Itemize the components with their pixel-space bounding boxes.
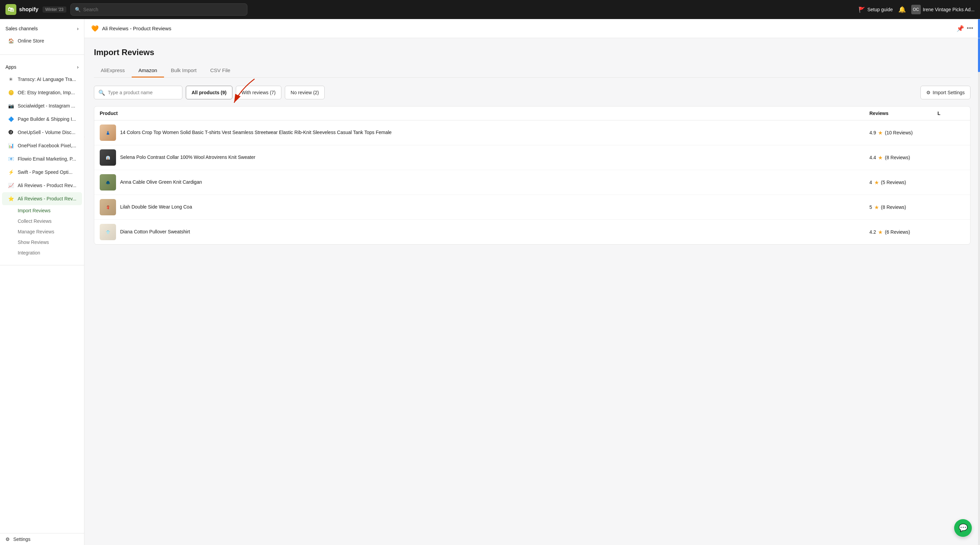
- chevron-right-icon: ›: [77, 26, 79, 31]
- product-name-4: Lilah Double Side Wear Long Coa: [120, 204, 192, 211]
- nav-right: 🚩 Setup guide 🔔 OC Irene Vintage Picks A…: [859, 5, 975, 14]
- table-row[interactable]: 🧣 Lilah Double Side Wear Long Coa 5 ★ (8…: [94, 195, 970, 220]
- reviews-cell-5: 4.2 ★ (6 Reviews): [869, 229, 937, 235]
- tab-aliexpress[interactable]: AliExpress: [94, 64, 132, 78]
- store-selector[interactable]: OC Irene Vintage Picks Ad...: [911, 5, 975, 14]
- sidebar-item-transcy[interactable]: ✳ Transcy: AI Language Tra...: [2, 73, 82, 86]
- sidebar-sub-collect-reviews[interactable]: Collect Reviews: [2, 216, 82, 226]
- sidebar-item-swift[interactable]: ⚡ Swift - Page Speed Opti...: [2, 166, 82, 179]
- more-options-icon[interactable]: •••: [967, 25, 973, 32]
- product-cell-3: 🧥 Anna Cable Olive Green Knit Cardigan: [100, 174, 869, 191]
- search-product-icon: 🔍: [98, 89, 105, 96]
- product-header: Product: [100, 111, 869, 116]
- sidebar-item-oneupsell[interactable]: 🅤 OneUpSell - Volume Disc...: [2, 126, 82, 139]
- apps-header[interactable]: Apps ›: [0, 62, 84, 73]
- import-settings-button[interactable]: ⚙ Import Settings: [920, 86, 970, 99]
- with-reviews-label: With reviews (7): [242, 90, 275, 95]
- search-input[interactable]: [83, 7, 243, 12]
- content-topbar: 🧡 Ali Reviews - Product Reviews 📌 •••: [84, 19, 980, 38]
- setup-guide-label: Setup guide: [867, 7, 893, 12]
- tab-csv-file[interactable]: CSV File: [204, 64, 237, 78]
- all-products-label: All products (9): [192, 90, 227, 95]
- app-star-icon: 🧡: [91, 25, 99, 32]
- sidebar-sub-import-reviews[interactable]: Import Reviews: [2, 205, 82, 216]
- sidebar-sub-show-reviews[interactable]: Show Reviews: [2, 237, 82, 247]
- table-row[interactable]: 🧥 Anna Cable Olive Green Knit Cardigan 4…: [94, 170, 970, 195]
- app-title: Ali Reviews - Product Reviews: [102, 25, 171, 31]
- star-icon-1: ★: [878, 130, 883, 136]
- rating-5: 4.2: [869, 229, 876, 235]
- sidebar-divider-1: [0, 54, 84, 55]
- star-icon-3: ★: [874, 179, 879, 186]
- scrollbar-thumb[interactable]: [978, 38, 980, 72]
- rating-1: 4.9: [869, 130, 876, 135]
- trueprofit-label: Ali Reviews - Product Rev...: [18, 183, 76, 188]
- product-search-container[interactable]: 🔍: [94, 86, 182, 99]
- search-bar[interactable]: 🔍: [70, 3, 247, 16]
- show-reviews-label: Show Reviews: [18, 240, 49, 245]
- sidebar-item-flowio[interactable]: 📧 Flowio Email Marketing, P...: [2, 153, 82, 165]
- page-builder-label: Page Builder & Shipping I...: [18, 116, 76, 122]
- reviews-cell-1: 4.9 ★ (10 Reviews): [869, 130, 937, 136]
- sidebar-item-onepixel[interactable]: 📊 OnePixel Facebook Pixel,...: [2, 139, 82, 152]
- flag-icon: 🚩: [859, 6, 865, 13]
- sidebar-sub-manage-reviews[interactable]: Manage Reviews: [2, 227, 82, 237]
- sidebar-item-oe-etsy[interactable]: 🪙 OE: Etsy Integration, Imp...: [2, 86, 82, 99]
- page-title: Import Reviews: [94, 48, 970, 57]
- product-cell-5: 👕 Diana Cotton Pullover Sweatshirt: [100, 224, 869, 240]
- chat-button[interactable]: 💬: [954, 519, 972, 537]
- bell-icon: 🔔: [898, 6, 906, 13]
- shopify-logo[interactable]: 🛍 shopify: [5, 4, 38, 15]
- sidebar-item-alireviews[interactable]: ⭐ Ali Reviews - Product Rev...: [2, 192, 82, 205]
- no-review-filter[interactable]: No review (2): [285, 86, 325, 99]
- apps-label: Apps: [5, 64, 16, 70]
- sidebar: Sales channels › 🏠 Online Store Apps › ✳…: [0, 19, 84, 545]
- with-reviews-filter[interactable]: With reviews (7): [236, 86, 282, 99]
- chat-icon: 💬: [959, 524, 968, 532]
- scroll-indicator: [978, 19, 980, 38]
- store-avatar: OC: [911, 5, 921, 14]
- product-thumb-1: 👗: [100, 124, 116, 141]
- page-builder-icon: 🔷: [8, 116, 14, 122]
- oe-etsy-label: OE: Etsy Integration, Imp...: [18, 90, 75, 95]
- settings-item[interactable]: ⚙ Settings: [0, 533, 84, 545]
- setup-guide-button[interactable]: 🚩 Setup guide: [859, 6, 893, 13]
- sales-channels-header[interactable]: Sales channels ›: [0, 23, 84, 34]
- trueprofit-icon: 📈: [8, 182, 14, 189]
- tab-amazon[interactable]: Amazon: [132, 64, 164, 78]
- rating-4: 5: [869, 205, 872, 210]
- pin-icon[interactable]: 📌: [956, 25, 964, 32]
- settings-gear-icon: ⚙: [5, 537, 10, 542]
- product-name-2: Selena Polo Contrast Collar 100% Wool At…: [120, 154, 255, 161]
- alireviews-label: Ali Reviews - Product Rev...: [18, 196, 76, 202]
- product-table: Product Reviews L 👗 14 Colors Crop Top W…: [94, 106, 970, 245]
- table-row[interactable]: 👗 14 Colors Crop Top Women Solid Basic T…: [94, 121, 970, 145]
- swift-label: Swift - Page Speed Opti...: [18, 169, 73, 175]
- sidebar-divider-2: [0, 265, 84, 265]
- all-products-filter[interactable]: All products (9): [186, 86, 232, 99]
- notifications-button[interactable]: 🔔: [898, 6, 906, 13]
- main-layout: Sales channels › 🏠 Online Store Apps › ✳…: [0, 19, 980, 545]
- tab-bulk-import[interactable]: Bulk Import: [164, 64, 204, 78]
- online-store-label: Online Store: [18, 38, 44, 43]
- table-row[interactable]: 👕 Diana Cotton Pullover Sweatshirt 4.2 ★…: [94, 220, 970, 244]
- collect-reviews-label: Collect Reviews: [18, 218, 52, 224]
- sidebar-item-page-builder[interactable]: 🔷 Page Builder & Shipping I...: [2, 113, 82, 126]
- product-thumb-5: 👕: [100, 224, 116, 240]
- product-cell-4: 🧣 Lilah Double Side Wear Long Coa: [100, 199, 869, 215]
- sidebar-sub-integration[interactable]: Integration: [2, 248, 82, 258]
- sidebar-item-online-store[interactable]: 🏠 Online Store: [2, 34, 82, 47]
- product-search-input[interactable]: [108, 90, 178, 95]
- rating-3: 4: [869, 180, 872, 185]
- import-settings-label: Import Settings: [933, 90, 965, 95]
- shopify-logo-text: shopify: [19, 6, 38, 13]
- sidebar-item-trueprofit[interactable]: 📈 Ali Reviews - Product Rev...: [2, 179, 82, 192]
- tabs-row: AliExpress Amazon Bulk Import CSV File: [94, 64, 970, 78]
- review-count-5: (6 Reviews): [885, 229, 910, 235]
- table-row[interactable]: 👔 Selena Polo Contrast Collar 100% Wool …: [94, 145, 970, 170]
- product-name-1: 14 Colors Crop Top Women Solid Basic T-s…: [120, 129, 392, 136]
- annotation-arrow-2: [84, 133, 91, 167]
- import-reviews-label: Import Reviews: [18, 208, 50, 213]
- sidebar-item-socialwidget[interactable]: 📷 Socialwidget - Instagram ...: [2, 99, 82, 112]
- swift-icon: ⚡: [8, 169, 14, 176]
